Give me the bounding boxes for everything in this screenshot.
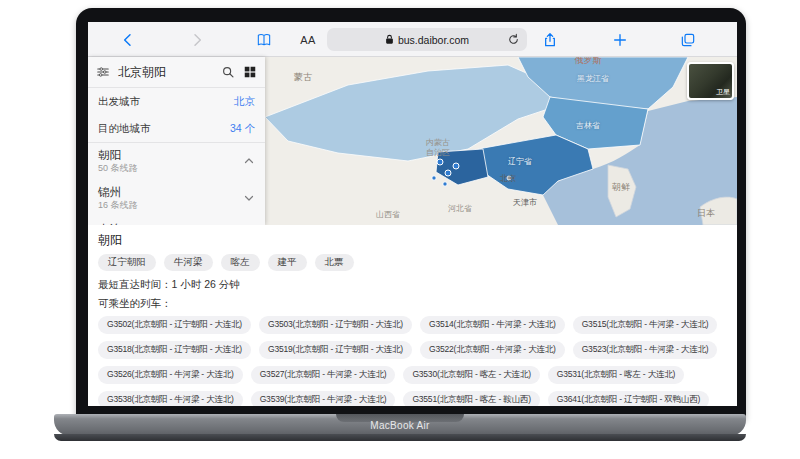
station-tag[interactable]: 喀左 xyxy=(221,254,260,271)
train-pill[interactable]: G3522(北京朝阳 - 牛河梁 - 大连北) xyxy=(420,341,565,359)
shortest-duration-text: 最短直达时间：1 小时 26 分钟 xyxy=(98,278,727,292)
chevron-up-icon[interactable] xyxy=(243,155,255,167)
train-pill[interactable]: G3641(北京朝阳 - 辽宁朝阳 - 双鸭山西) xyxy=(548,391,709,406)
train-pill[interactable]: G3551(北京朝阳 - 喀左 - 鞍山西) xyxy=(403,391,539,406)
laptop-base-foot xyxy=(54,434,746,441)
station-tag-list: 辽宁朝阳 牛河梁 喀左 建平 北票 xyxy=(98,254,727,271)
share-icon xyxy=(542,32,558,48)
back-button[interactable] xyxy=(118,30,138,50)
available-trains-label: 可乘坐的列车： xyxy=(98,297,727,311)
lock-icon xyxy=(385,34,394,45)
browser-screen: AA bus.daibor.com xyxy=(88,22,737,406)
departure-city-value: 北京 xyxy=(234,95,255,109)
address-bar[interactable]: bus.daibor.com xyxy=(327,28,527,51)
city-line-count: 16 条线路 xyxy=(98,199,138,211)
train-pill[interactable]: G3514(北京朝阳 - 牛河梁 - 大连北) xyxy=(420,316,565,334)
train-pill[interactable]: G3502(北京朝阳 - 辽宁朝阳 - 大连北) xyxy=(98,316,251,334)
train-pill[interactable]: G3526(北京朝阳 - 牛河梁 - 大连北) xyxy=(98,366,243,384)
train-pill[interactable]: G3515(北京朝阳 - 牛河梁 - 大连北) xyxy=(573,316,718,334)
destination-city-row[interactable]: 目的地城市 34 个 xyxy=(88,115,265,142)
url-text: bus.daibor.com xyxy=(398,34,469,46)
search-icon[interactable] xyxy=(221,65,235,79)
mockup-stage: AA bus.daibor.com xyxy=(0,0,800,459)
route-filter-panel: 北京朝阳 出发城市 北京 目的地城市 34 个 xyxy=(88,57,265,225)
filter-header: 北京朝阳 xyxy=(88,57,265,87)
city-line-count: 50 条线路 xyxy=(98,162,138,174)
forward-button[interactable] xyxy=(187,30,207,50)
station-tag[interactable]: 牛河梁 xyxy=(164,254,213,271)
city-detail-section: 朝阳 辽宁朝阳 牛河梁 喀左 建平 北票 最短直达时间：1 小时 26 分钟 可… xyxy=(88,225,737,406)
new-tab-button[interactable] xyxy=(610,30,630,50)
departure-city-row[interactable]: 出发城市 北京 xyxy=(88,88,265,115)
train-pill[interactable]: G3538(北京朝阳 - 牛河梁 - 大连北) xyxy=(98,391,243,406)
destination-city-value: 34 个 xyxy=(230,122,255,136)
tab-overview-button[interactable] xyxy=(678,30,698,50)
plus-icon xyxy=(612,32,628,48)
satellite-layer-toggle[interactable]: 卫星 xyxy=(687,62,734,100)
chevron-down-icon[interactable] xyxy=(243,192,255,204)
reader-options-button[interactable]: AA xyxy=(298,30,318,50)
satellite-label: 卫星 xyxy=(716,87,730,97)
reload-button[interactable] xyxy=(506,32,521,47)
departure-city-label: 出发城市 xyxy=(98,95,140,109)
station-tag[interactable]: 北票 xyxy=(315,254,354,271)
train-list: G3502(北京朝阳 - 辽宁朝阳 - 大连北) G3503(北京朝阳 - 辽宁… xyxy=(98,316,727,406)
train-pill[interactable]: G3518(北京朝阳 - 辽宁朝阳 - 大连北) xyxy=(98,341,251,359)
browser-toolbar: AA bus.daibor.com xyxy=(88,22,737,57)
device-model-label: MacBook Air xyxy=(0,420,800,431)
city-list-item[interactable]: 锦州 16 条线路 xyxy=(88,180,265,217)
train-pill[interactable]: G3527(北京朝阳 - 牛河梁 - 大连北) xyxy=(251,366,396,384)
tabs-icon xyxy=(680,32,696,48)
city-meta: 朝阳 50 条线路 xyxy=(98,148,138,174)
reader-options-label: AA xyxy=(300,34,316,46)
train-pill[interactable]: G3531(北京朝阳 - 喀左 - 大连北) xyxy=(548,366,684,384)
grid-view-icon[interactable] xyxy=(243,65,257,79)
tune-icon[interactable] xyxy=(96,65,110,79)
reload-icon xyxy=(507,33,520,46)
share-button[interactable] xyxy=(540,30,560,50)
city-detail-title: 朝阳 xyxy=(98,232,727,249)
chevron-right-icon xyxy=(189,32,205,48)
train-pill[interactable]: G3523(北京朝阳 - 牛河梁 - 大连北) xyxy=(573,341,718,359)
book-icon xyxy=(256,32,272,48)
city-name: 锦州 xyxy=(98,185,138,199)
bookmarks-button[interactable] xyxy=(254,30,274,50)
train-pill[interactable]: G3530(北京朝阳 - 喀左 - 大连北) xyxy=(403,366,539,384)
train-pill[interactable]: G3519(北京朝阳 - 辽宁朝阳 - 大连北) xyxy=(259,341,412,359)
station-tag[interactable]: 辽宁朝阳 xyxy=(98,254,156,271)
search-input[interactable]: 北京朝阳 xyxy=(118,64,213,81)
train-pill[interactable]: G3503(北京朝阳 - 辽宁朝阳 - 大连北) xyxy=(259,316,412,334)
destination-city-label: 目的地城市 xyxy=(98,122,151,136)
city-meta: 锦州 16 条线路 xyxy=(98,185,138,211)
train-pill[interactable]: G3539(北京朝阳 - 牛河梁 - 大连北) xyxy=(251,391,396,406)
chevron-left-icon xyxy=(120,32,136,48)
city-name: 朝阳 xyxy=(98,148,138,162)
city-list: 朝阳 50 条线路 锦州 16 条线路 xyxy=(88,143,265,225)
station-tag[interactable]: 建平 xyxy=(268,254,307,271)
city-list-item[interactable]: 朝阳 50 条线路 xyxy=(88,143,265,180)
city-list-item[interactable]: 大连 18 条线路 xyxy=(88,217,265,225)
